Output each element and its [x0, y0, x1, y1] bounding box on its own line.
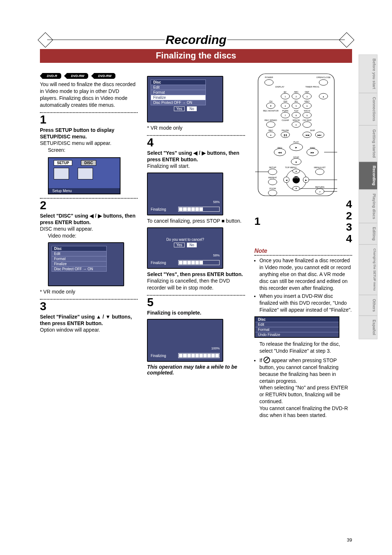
svg-text:TIMER PROG.: TIMER PROG. — [305, 86, 320, 88]
divider — [147, 135, 245, 136]
setup-tab: SETUP — [54, 160, 72, 166]
svg-text:▲: ▲ — [322, 96, 324, 98]
step5-heading: Finalizing is complete. — [147, 309, 245, 316]
step-number-3: 3 — [40, 300, 138, 312]
svg-text:↩: ↩ — [319, 191, 320, 193]
tab-recording[interactable]: Recording — [359, 162, 377, 189]
note-bullet: When you insert a DVD-RW disc finalized … — [260, 293, 352, 313]
svg-text:JKL: JKL — [294, 100, 298, 102]
tab-connections[interactable]: Connections — [359, 93, 377, 125]
finalize-prompt-screen: Disc Edit Format Finalize Disc Protect O… — [147, 76, 223, 122]
yes-no-prompt: YesNo — [151, 107, 220, 111]
divider — [40, 299, 138, 300]
remote-control-illustration: POWER OPEN/CLOSE DISPLAY TIMER PROG. @/.… — [254, 73, 338, 197]
svg-text:PQRS: PQRS — [282, 110, 288, 112]
svg-text:SETUP: SETUP — [269, 166, 276, 169]
yes-no-prompt: YesNo — [151, 243, 220, 247]
format-badge-dvdrw-video: VideoDVD-RW — [64, 73, 89, 79]
rule-right — [227, 40, 345, 40]
svg-text:▼: ▼ — [295, 187, 297, 190]
svg-point-47 — [303, 122, 311, 127]
svg-text:❚❚: ❚❚ — [283, 134, 287, 137]
tab-editing[interactable]: Editing — [359, 223, 377, 244]
menu-header: Disc — [151, 80, 205, 85]
finalizing-complete-screen: 100% Finalizing — [147, 319, 223, 362]
format-badge-dvdrw-vr: VRDVD-RW — [91, 73, 115, 79]
svg-text:MNO: MNO — [305, 100, 310, 102]
progress-percent: 100% — [151, 347, 220, 350]
svg-text:PLAY: PLAY — [293, 141, 299, 143]
step-number-2: 2 — [40, 199, 138, 211]
section-subtitle: Finalizing the discs — [40, 49, 352, 63]
menu-item: Format — [52, 256, 106, 261]
divider — [40, 198, 138, 199]
cancel-result-text: Finalizing is cancelled, then the DVD re… — [147, 278, 245, 291]
progress-percent: 58% — [151, 254, 220, 257]
vr-mode-note: * VR mode only — [40, 288, 138, 295]
svg-text:ENTER: ENTER — [293, 177, 299, 179]
svg-text:SPACE: SPACE — [293, 119, 300, 121]
setup-footer-label: Setup Menu — [49, 188, 120, 194]
note-bullet: If appear when pressing STOP button, you… — [260, 357, 352, 419]
vr-mode-note: * VR mode only — [147, 125, 245, 131]
svg-text:REC: REC — [268, 129, 273, 131]
svg-text:OPEN/CLOSE: OPEN/CLOSE — [316, 76, 330, 78]
svg-text:▶: ▶ — [295, 146, 297, 149]
menu-item: Format — [151, 90, 205, 95]
svg-text:▶▶: ▶▶ — [311, 151, 314, 154]
tab-others[interactable]: Others — [359, 295, 377, 316]
menu-item: Edit — [52, 251, 106, 256]
step2-mode-label: Video mode: — [48, 232, 138, 239]
svg-text:●: ● — [270, 134, 271, 136]
progress-bar — [178, 353, 220, 358]
svg-text:CM SKIP: CM SKIP — [302, 119, 311, 121]
progress-bar — [178, 207, 220, 212]
note-heading: Note — [254, 248, 352, 256]
page-number: 39 — [347, 537, 352, 543]
svg-point-88 — [268, 179, 277, 185]
svg-text:DEF: DEF — [305, 91, 309, 93]
svg-point-75 — [315, 169, 324, 175]
step2-text: DISC menu will appear. — [40, 226, 138, 232]
svg-text:RETURN: RETURN — [315, 186, 324, 188]
svg-point-44 — [266, 122, 275, 127]
tab-playing-discs[interactable]: Playing discs — [359, 190, 377, 223]
completion-caption: This operation may take a while to be co… — [147, 364, 245, 376]
svg-text:■: ■ — [295, 161, 297, 163]
step1-text: SETUP/DISC menu will appear. — [40, 140, 138, 147]
disc-tab: DISC — [81, 160, 96, 166]
cancel-prompt-text: Do you want to cancel? — [151, 238, 220, 242]
step3-heading: Select "Finalize" using ▲ / ▼ buttons, t… — [40, 313, 138, 327]
progress-label: Finalizing — [151, 354, 166, 358]
undo-finalize-menu: Disc Edit Format Undo Finalize — [254, 316, 339, 338]
tab-changing-setup[interactable]: Changing the SETUP menu — [359, 244, 377, 295]
step-number-4: 4 — [147, 137, 245, 148]
svg-text:GHI: GHI — [283, 100, 287, 102]
menu-item: Disc Protect OFF → ON — [52, 266, 106, 271]
tab-espanol[interactable]: Español — [359, 316, 377, 339]
svg-text:CH: CH — [269, 100, 272, 102]
tab-before-you-start[interactable]: Before you start — [359, 54, 377, 93]
cancel-prompt-screen: Do you want to cancel? YesNo 58% Finaliz… — [147, 227, 223, 269]
note-bullet: Once you have finalized a disc recorded … — [260, 257, 352, 291]
svg-text:POWER: POWER — [265, 76, 273, 78]
menu-item: Edit — [151, 85, 205, 90]
svg-text:▼: ▼ — [270, 105, 272, 107]
disc-menu-screen: Disc Edit Format Finalize Disc Protect O… — [48, 242, 124, 286]
svg-text:MENU/LIST: MENU/LIST — [314, 166, 326, 169]
svg-text:TOP MENU: TOP MENU — [285, 166, 296, 169]
svg-text:REC MONITOR: REC MONITOR — [263, 110, 278, 112]
callout-right-4b: 4 — [346, 233, 352, 244]
diamond-left-icon — [38, 32, 53, 47]
note-after-menu: To release the finalizing for the disc, … — [260, 341, 352, 355]
diamond-right-icon — [339, 32, 354, 47]
cancel-yes-heading: Select "Yes", then press ENTER button. — [147, 271, 245, 278]
step-number-1: 1 — [40, 114, 138, 125]
setup-screen-illustration: SETUP DISC Setup Menu — [48, 157, 121, 194]
tab-getting-started[interactable]: Getting started — [359, 125, 377, 162]
divider — [40, 112, 138, 113]
svg-point-74 — [268, 169, 277, 175]
menu-item: Edit — [255, 322, 339, 327]
svg-text:▲: ▲ — [295, 170, 297, 172]
menu-item-selected: Finalize — [151, 95, 205, 100]
